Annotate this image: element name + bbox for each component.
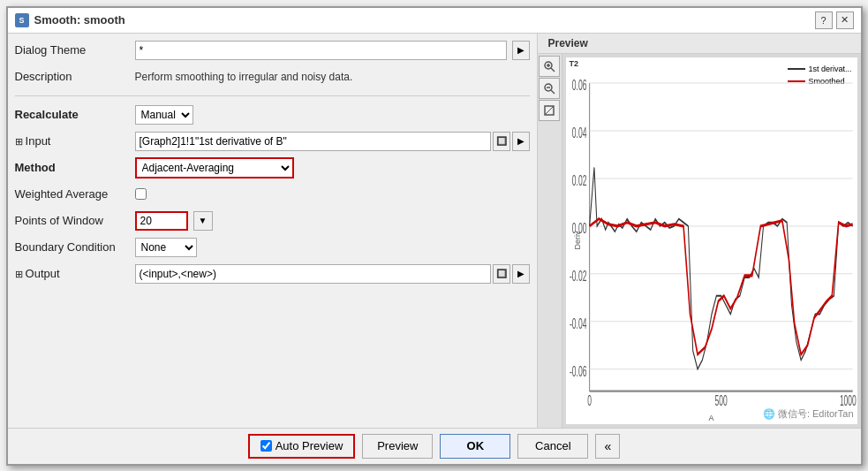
points-of-window-row: Points of Window ▼ [15, 209, 530, 232]
output-field[interactable] [135, 264, 491, 284]
svg-text:-0.04: -0.04 [570, 315, 586, 332]
boundary-condition-label: Boundary Condition [15, 240, 130, 254]
svg-line-1 [551, 68, 555, 72]
output-arrow-btn[interactable]: ▶ [512, 264, 530, 284]
separator-1 [15, 95, 530, 96]
points-of-window-input[interactable] [135, 211, 188, 231]
input-field-wrapper: 🔲 ▶ [135, 132, 530, 151]
input-label: Input [15, 134, 130, 148]
title-bar: S Smooth: smooth ? ✕ [8, 8, 861, 34]
output-row: Output 🔲 ▶ [15, 262, 530, 285]
boundary-condition-row: Boundary Condition None Periodic Reflect [15, 236, 530, 259]
recalculate-select[interactable]: Manual Auto [135, 105, 193, 125]
svg-text:0: 0 [587, 392, 592, 409]
window-title: Smooth: smooth [34, 13, 125, 27]
points-of-window-label: Points of Window [15, 214, 130, 227]
collapse-button[interactable]: « [595, 434, 620, 459]
close-button[interactable]: ✕ [836, 11, 854, 29]
auto-preview-checkbox[interactable] [260, 440, 272, 452]
method-select[interactable]: Adjacent-Averaging Savitzky-Golay Percen… [135, 157, 294, 179]
cancel-button[interactable]: Cancel [517, 434, 588, 459]
input-arrow-btn[interactable]: ▶ [512, 132, 530, 151]
description-row: Description Perform smoothing to irregul… [15, 65, 530, 88]
boundary-condition-select[interactable]: None Periodic Reflect [135, 238, 197, 257]
svg-line-5 [551, 90, 555, 94]
weighted-average-row: Weighted Average [15, 183, 530, 206]
output-field-wrapper: 🔲 ▶ [135, 264, 530, 284]
recalculate-label: Recalculate [15, 108, 130, 121]
rescale-btn[interactable] [539, 100, 560, 121]
preview-button[interactable]: Preview [362, 434, 433, 459]
svg-text:-0.02: -0.02 [570, 268, 586, 285]
app-icon: S [15, 13, 29, 27]
title-controls: ? ✕ [815, 11, 854, 29]
weighted-average-label: Weighted Average [15, 187, 130, 201]
svg-text:0.02: 0.02 [571, 172, 586, 189]
svg-text:0.00: 0.00 [571, 220, 586, 237]
help-button[interactable]: ? [815, 11, 833, 29]
output-label: Output [15, 267, 130, 280]
svg-text:1000: 1000 [839, 392, 856, 409]
chart-area: T2 Deriv 1st derivat... Smoothed [566, 57, 857, 424]
input-select-btn[interactable]: 🔲 [493, 132, 510, 151]
x-axis-label: A [708, 414, 713, 422]
recalculate-row: Recalculate Manual Auto [15, 103, 530, 126]
preview-content: T2 Deriv 1st derivat... Smoothed [538, 54, 861, 428]
dialog-theme-row: Dialog Theme ▶ [15, 39, 530, 62]
auto-preview-button[interactable]: Auto Preview [248, 434, 356, 459]
zoom-out-btn[interactable] [539, 78, 560, 99]
description-value: Perform smoothing to irregular and noisy… [135, 71, 353, 83]
dialog-window: S Smooth: smooth ? ✕ Dialog Theme ▶ Desc… [6, 6, 863, 466]
svg-text:500: 500 [714, 392, 727, 409]
dialog-theme-label: Dialog Theme [15, 43, 130, 57]
dialog-theme-arrow-btn[interactable]: ▶ [512, 41, 530, 60]
dialog-theme-input[interactable] [135, 41, 507, 60]
points-spin-btn[interactable]: ▼ [193, 211, 213, 231]
weighted-average-checkbox[interactable] [135, 188, 147, 200]
preview-header: Preview [538, 34, 861, 54]
svg-line-8 [545, 106, 554, 115]
input-row: Input 🔲 ▶ [15, 130, 530, 153]
chart-svg: 0.06 0.04 0.02 0.00 -0.02 -0.04 -0.06 0 … [566, 57, 857, 424]
ok-button[interactable]: OK [440, 434, 510, 459]
right-panel: Preview T2 [538, 34, 861, 428]
zoom-in-btn[interactable] [539, 56, 560, 77]
auto-preview-label: Auto Preview [275, 439, 343, 452]
output-select-btn[interactable]: 🔲 [493, 264, 510, 284]
svg-text:-0.06: -0.06 [570, 362, 586, 379]
bottom-bar: Auto Preview Preview OK Cancel « [8, 428, 861, 464]
svg-text:0.04: 0.04 [571, 125, 586, 141]
method-label: Method [15, 161, 130, 174]
left-panel: Dialog Theme ▶ Description Perform smoot… [8, 34, 538, 428]
title-bar-left: S Smooth: smooth [15, 13, 125, 27]
input-field[interactable] [135, 132, 491, 151]
preview-toolbar [538, 54, 562, 428]
method-row: Method Adjacent-Averaging Savitzky-Golay… [15, 156, 530, 179]
svg-text:0.06: 0.06 [571, 77, 586, 94]
dialog-body: Dialog Theme ▶ Description Perform smoot… [8, 34, 861, 428]
description-label: Description [15, 70, 130, 83]
